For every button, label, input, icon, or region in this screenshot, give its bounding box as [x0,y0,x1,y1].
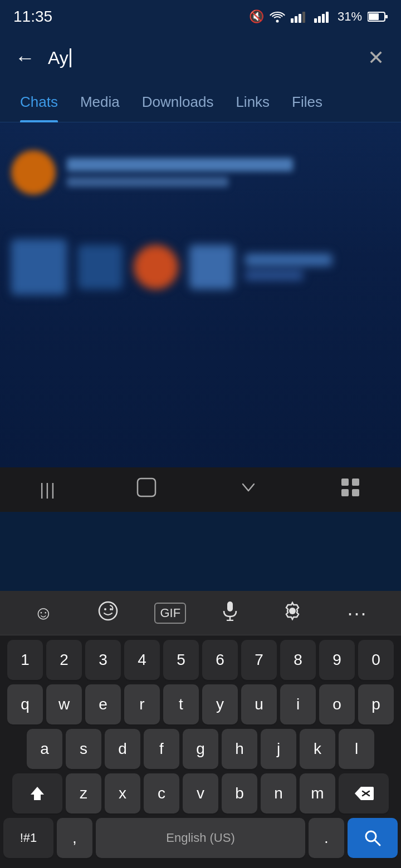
signal-icon [291,11,309,23]
key-1[interactable]: 1 [7,640,43,680]
search-bar: ← Ay ✕ [0,33,401,82]
back-button[interactable]: ← [11,46,39,70]
chat-group-text [245,254,390,280]
key-y[interactable]: y [202,684,238,724]
key-u[interactable]: u [241,684,277,724]
svg-rect-6 [318,16,321,23]
asdf-row: a s d f g h j k l [3,729,398,769]
key-0[interactable]: 0 [358,640,394,680]
key-w[interactable]: w [46,684,82,724]
chat-item-group[interactable] [11,234,390,300]
content-area [0,122,401,467]
key-b[interactable]: b [222,773,257,813]
key-r[interactable]: r [124,684,160,724]
key-o[interactable]: o [319,684,355,724]
key-z[interactable]: z [66,773,101,813]
chat-preview-line [67,177,228,187]
nav-grid[interactable] [322,471,378,509]
tabs-bar: Chats Media Downloads Links Files [0,82,401,122]
svg-rect-3 [299,14,301,23]
nav-home[interactable] [119,471,174,509]
keyboard-rows: 1 2 3 4 5 6 7 8 9 0 q w e r t y u i o p … [0,635,401,858]
gif-button[interactable]: GIF [154,603,186,624]
key-8[interactable]: 8 [280,640,316,680]
group-preview-line [245,270,303,280]
svg-point-12 [99,602,117,620]
key-9[interactable]: 9 [319,640,355,680]
svg-point-0 [276,20,278,23]
svg-rect-15 [227,601,233,611]
key-6[interactable]: 6 [202,640,238,680]
mute-icon: 🔇 [249,9,264,24]
key-j[interactable]: j [261,729,296,769]
search-key[interactable] [348,818,398,858]
tab-files[interactable]: Files [281,82,334,122]
nav-back[interactable] [221,471,276,509]
chat-name-line [67,158,293,171]
shift-key[interactable] [12,773,62,813]
key-g[interactable]: g [183,729,218,769]
space-key[interactable]: English (US) [96,818,305,858]
avatar-sub2 [134,245,178,289]
key-f[interactable]: f [144,729,179,769]
nav-bar: ||| [0,467,401,512]
key-3[interactable]: 3 [85,640,121,680]
svg-rect-22 [138,479,155,496]
key-2[interactable]: 2 [46,640,82,680]
key-v[interactable]: v [183,773,218,813]
avatar-sub3 [189,245,234,289]
mic-button[interactable] [213,596,247,630]
sticker-button[interactable] [89,596,127,629]
delete-key[interactable] [339,773,389,813]
key-k[interactable]: k [300,729,335,769]
group-name-line [245,254,332,266]
key-q[interactable]: q [7,684,43,724]
settings-button[interactable] [274,597,311,629]
nav-menu[interactable]: ||| [23,475,72,505]
battery-icon [368,11,388,22]
key-4[interactable]: 4 [124,640,160,680]
tab-media[interactable]: Media [69,82,131,122]
status-bar: 11:35 🔇 31% [0,0,401,33]
svg-rect-8 [326,12,329,23]
svg-rect-26 [352,489,359,496]
avatar-sub1 [78,245,123,289]
search-input[interactable]: Ay [48,48,71,68]
bottom-row: !#1 , English (US) . [3,818,398,858]
key-e[interactable]: e [85,684,121,724]
key-n[interactable]: n [261,773,296,813]
key-c[interactable]: c [144,773,179,813]
more-button[interactable]: ··· [338,597,376,629]
clear-button[interactable]: ✕ [362,46,390,70]
num-sym-key[interactable]: !#1 [3,818,53,858]
key-p[interactable]: p [358,684,394,724]
svg-line-21 [375,840,380,845]
comma-key[interactable]: , [57,818,92,858]
key-7[interactable]: 7 [241,640,277,680]
key-a[interactable]: a [27,729,62,769]
key-t[interactable]: t [163,684,199,724]
tab-downloads[interactable]: Downloads [131,82,225,122]
chat-item[interactable] [11,145,390,200]
svg-rect-4 [302,12,305,23]
tab-chats[interactable]: Chats [9,82,69,122]
key-m[interactable]: m [300,773,335,813]
key-s[interactable]: s [66,729,101,769]
svg-point-14 [110,608,112,610]
search-input-area[interactable]: Ay [48,48,353,68]
battery-text: 31% [338,9,362,24]
svg-rect-23 [341,479,349,486]
emoji-button[interactable]: ☺ [25,598,62,628]
chat-text [67,158,390,187]
tab-links[interactable]: Links [224,82,281,122]
keyboard-toolbar: ☺ GIF ··· [0,591,401,635]
key-d[interactable]: d [105,729,140,769]
period-key[interactable]: . [309,818,344,858]
svg-rect-11 [385,15,388,18]
key-x[interactable]: x [105,773,140,813]
svg-rect-2 [295,16,297,23]
key-l[interactable]: l [339,729,374,769]
key-i[interactable]: i [280,684,316,724]
key-h[interactable]: h [222,729,257,769]
key-5[interactable]: 5 [163,640,199,680]
